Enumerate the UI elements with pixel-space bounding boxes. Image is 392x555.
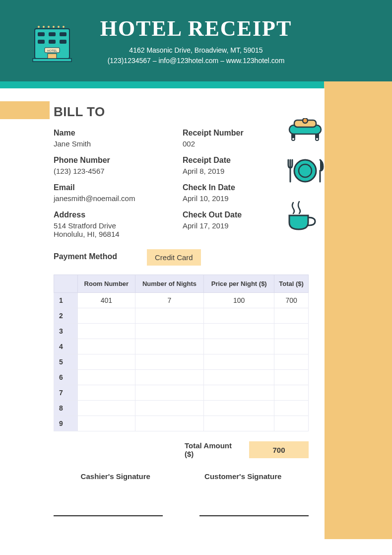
table-cell <box>204 385 274 401</box>
table-cell <box>78 354 135 370</box>
table-cell <box>274 339 309 354</box>
col-index <box>54 275 78 293</box>
total-amount-value: 700 <box>249 441 309 458</box>
hotel-address: 4162 Masonic Drive, Broadview, MT, 59015 <box>100 45 292 56</box>
table-cell: 7 <box>135 293 204 308</box>
table-cell <box>135 370 204 385</box>
table-cell <box>135 339 204 354</box>
table-cell <box>204 416 274 431</box>
svg-point-6 <box>63 26 65 28</box>
table-cell: 5 <box>54 354 78 370</box>
header: HOTEL HOTEL RECEIPT 4162 Masonic Drive, … <box>0 0 392 81</box>
table-cell <box>135 385 204 401</box>
table-cell <box>204 370 274 385</box>
col-total: Total ($) <box>274 275 309 293</box>
table-cell <box>78 324 135 339</box>
col-room: Room Number <box>78 275 135 293</box>
svg-text:HOTEL: HOTEL <box>47 49 58 52</box>
svg-point-1 <box>38 26 40 28</box>
table-cell <box>274 416 309 431</box>
payment-method-label: Payment Method <box>54 252 117 261</box>
payment-method-value: Credit Card <box>147 249 201 266</box>
col-price: Price per Night ($) <box>204 275 274 293</box>
table-cell <box>204 308 274 324</box>
cashier-signature-label: Cashier's Signature <box>81 472 150 481</box>
table-cell: 4 <box>54 339 78 354</box>
svg-point-3 <box>48 26 50 28</box>
table-cell <box>274 354 309 370</box>
phone-label: Phone Number <box>54 156 183 165</box>
table-row: 9 <box>54 416 309 431</box>
table-cell: 2 <box>54 308 78 324</box>
table-cell: 1 <box>54 293 78 308</box>
table-cell <box>135 354 204 370</box>
table-cell <box>78 385 135 401</box>
table-cell <box>78 339 135 354</box>
cashier-signature-line <box>54 515 163 516</box>
table-cell <box>135 416 204 431</box>
table-cell: 7 <box>54 385 78 401</box>
line-items-table: Room Number Number of Nights Price per N… <box>54 275 309 431</box>
table-cell <box>204 354 274 370</box>
svg-rect-10 <box>38 40 45 44</box>
table-cell <box>135 324 204 339</box>
svg-point-24 <box>294 160 316 182</box>
svg-point-4 <box>53 26 55 28</box>
customer-signature-label: Customer's Signature <box>204 472 281 481</box>
table-cell <box>135 401 204 416</box>
name-label: Name <box>54 129 183 138</box>
svg-rect-7 <box>38 32 45 36</box>
phone-value: (123) 123-4567 <box>54 167 183 175</box>
svg-point-5 <box>58 26 60 28</box>
svg-point-23 <box>316 138 319 140</box>
table-cell <box>274 401 309 416</box>
table-cell: 8 <box>54 401 78 416</box>
table-row: 6 <box>54 370 309 385</box>
address-label: Address <box>54 210 183 219</box>
table-row: 2 <box>54 308 309 324</box>
total-amount-label: Total Amount ($) <box>185 441 239 458</box>
svg-point-19 <box>303 118 308 123</box>
svg-point-22 <box>292 138 295 140</box>
table-row: 5 <box>54 354 309 370</box>
email-label: Email <box>54 183 183 192</box>
table-cell: 100 <box>204 293 274 308</box>
svg-rect-9 <box>60 32 66 36</box>
receipt-title: HOTEL RECEIPT <box>100 16 292 41</box>
name-value: Jane Smith <box>54 139 183 148</box>
svg-rect-16 <box>33 59 71 62</box>
dining-icon <box>285 157 325 187</box>
table-cell <box>78 370 135 385</box>
table-cell <box>78 401 135 416</box>
svg-rect-11 <box>49 40 56 44</box>
table-cell <box>204 339 274 354</box>
bill-to-heading: BILL TO <box>54 104 392 120</box>
coffee-icon <box>285 201 325 233</box>
section-accent-tab <box>0 101 50 119</box>
customer-signature-line <box>199 515 309 516</box>
table-cell <box>204 401 274 416</box>
table-cell <box>204 324 274 339</box>
table-cell: 401 <box>78 293 135 308</box>
svg-point-2 <box>43 26 45 28</box>
address-line2: Honolulu, HI, 96814 <box>54 230 183 238</box>
bed-icon <box>285 118 325 143</box>
table-cell: 3 <box>54 324 78 339</box>
table-row: 4 <box>54 339 309 354</box>
table-cell: 700 <box>274 293 309 308</box>
accent-stripe <box>0 81 392 88</box>
table-cell <box>78 308 135 324</box>
table-cell <box>274 324 309 339</box>
table-row: 8 <box>54 401 309 416</box>
table-cell <box>274 308 309 324</box>
svg-rect-12 <box>60 40 66 44</box>
hotel-contact: (123)1234567 – info@123hotel.com – www.1… <box>100 56 292 66</box>
hotel-building-icon: HOTEL <box>30 25 74 69</box>
address-line1: 514 Stratford Drive <box>54 221 183 230</box>
svg-rect-8 <box>49 32 56 36</box>
table-cell: 9 <box>54 416 78 431</box>
table-cell <box>78 416 135 431</box>
table-cell <box>274 385 309 401</box>
table-row: 14017100700 <box>54 293 309 308</box>
table-row: 7 <box>54 385 309 401</box>
